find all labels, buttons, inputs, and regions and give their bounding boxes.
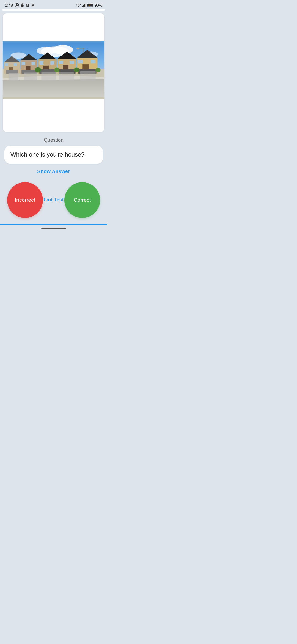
neighborhood-svg — [3, 41, 105, 99]
svg-rect-36 — [31, 62, 35, 65]
acorn-icon — [20, 3, 24, 7]
status-icons: M M — [15, 3, 35, 7]
svg-rect-9 — [83, 5, 84, 7]
svg-point-56 — [35, 67, 41, 73]
question-box: Which one is you're house? — [4, 146, 103, 164]
svg-point-1 — [16, 4, 18, 6]
battery-percent: 90% — [95, 3, 102, 7]
svg-rect-35 — [21, 62, 25, 65]
progress-bar-container — [0, 9, 107, 11]
question-label: Question — [44, 137, 64, 143]
time-display: 1:48 — [5, 3, 13, 7]
svg-rect-8 — [82, 6, 83, 7]
svg-rect-29 — [5, 63, 8, 66]
incorrect-button[interactable]: Incorrect — [7, 182, 43, 218]
exit-test-button[interactable]: Exit Test — [43, 197, 64, 203]
svg-rect-63 — [59, 72, 74, 81]
show-answer-button[interactable]: Show Answer — [37, 169, 70, 174]
status-right: ⚡ 90% — [76, 3, 102, 7]
gmail2-icon: M — [31, 3, 35, 7]
svg-rect-60 — [9, 73, 18, 81]
answer-row: Incorrect Exit Test Correct — [4, 182, 103, 218]
home-indicator[interactable] — [41, 228, 66, 229]
svg-rect-10 — [84, 4, 85, 7]
svg-rect-62 — [41, 72, 56, 81]
svg-rect-53 — [78, 60, 83, 63]
svg-point-59 — [95, 68, 101, 72]
svg-point-58 — [74, 67, 79, 72]
svg-text:⚡: ⚡ — [88, 4, 90, 7]
bottom-nav — [0, 224, 107, 232]
svg-text:M: M — [31, 3, 35, 7]
svg-point-7 — [78, 6, 79, 7]
svg-rect-48 — [70, 61, 74, 64]
wifi-icon — [76, 3, 81, 7]
svg-point-24 — [76, 48, 79, 49]
flashcard — [3, 13, 105, 132]
progress-bar — [2, 9, 105, 11]
svg-text:M: M — [26, 3, 29, 7]
svg-point-57 — [54, 67, 59, 72]
notification-icon — [15, 3, 19, 7]
svg-rect-47 — [59, 61, 63, 64]
question-text: Which one is you're house? — [10, 151, 85, 158]
card-bottom-space — [3, 99, 105, 132]
svg-rect-64 — [80, 71, 96, 81]
svg-rect-42 — [50, 61, 54, 65]
card-top-space — [3, 13, 105, 41]
battery-icon: ⚡ — [87, 4, 94, 7]
correct-button[interactable]: Correct — [64, 182, 100, 218]
svg-rect-31 — [6, 70, 18, 74]
svg-rect-41 — [39, 61, 43, 65]
svg-rect-54 — [91, 60, 95, 63]
svg-rect-30 — [14, 63, 17, 66]
signal-icon — [82, 3, 86, 7]
svg-rect-61 — [24, 72, 37, 81]
main-content: Question Which one is you're house? Show… — [0, 133, 107, 224]
card-image — [3, 41, 105, 99]
gmail-icon: M — [26, 3, 30, 7]
svg-rect-3 — [21, 4, 23, 5]
svg-rect-11 — [85, 4, 86, 7]
svg-rect-13 — [93, 4, 93, 6]
svg-point-18 — [52, 45, 73, 54]
status-left: 1:48 M M — [5, 3, 35, 7]
svg-point-19 — [37, 47, 55, 55]
status-bar: 1:48 M M — [0, 0, 107, 9]
